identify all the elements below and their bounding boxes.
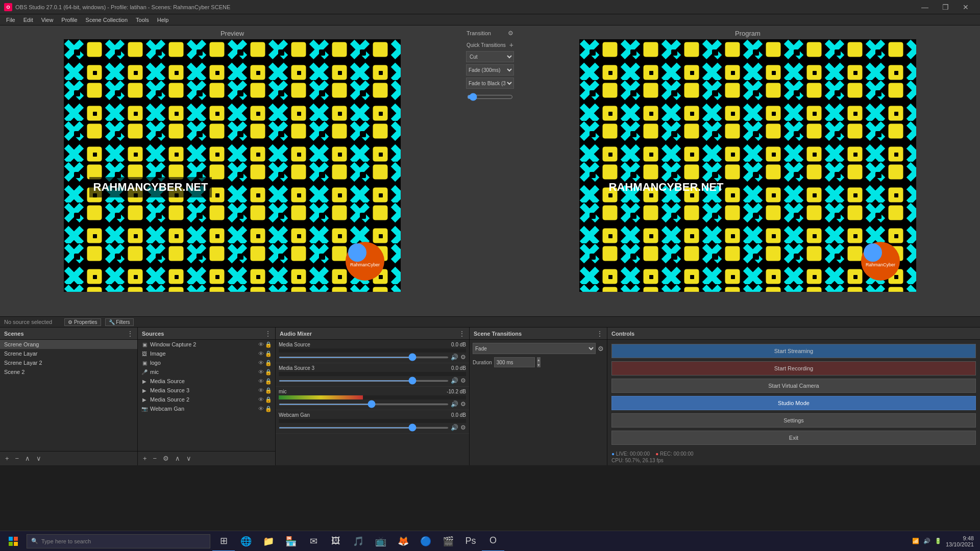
source-lock-6[interactable]: 🔒	[265, 396, 272, 403]
source-lock-5[interactable]: 🔒	[265, 387, 272, 394]
audio-track-3-mute[interactable]: 🔊	[451, 424, 458, 431]
taskbar-explorer[interactable]: 📁	[257, 531, 280, 552]
source-lock-7[interactable]: 🔒	[265, 406, 272, 412]
source-item-2[interactable]: ▣ logo 👁 🔒	[138, 358, 275, 367]
taskbar-chrome[interactable]: 🔵	[414, 531, 437, 552]
duration-input[interactable]	[494, 357, 535, 367]
audio-track-1-settings[interactable]: ⚙	[460, 377, 466, 384]
audio-expand-button[interactable]: ⋮	[459, 330, 465, 337]
audio-track-0-settings[interactable]: ⚙	[460, 354, 466, 361]
scene-up-button[interactable]: ∧	[23, 454, 32, 463]
source-lock-4[interactable]: 🔒	[265, 378, 272, 385]
properties-button[interactable]: ⚙ Properties	[64, 318, 101, 326]
audio-track-1-mute[interactable]: 🔊	[451, 377, 458, 384]
audio-track-1-volume[interactable]	[279, 380, 449, 382]
source-eye-6[interactable]: 👁	[258, 396, 264, 403]
source-item-7[interactable]: 📷 Webcam Gan 👁 🔒	[138, 404, 275, 413]
start-virtual-camera-button[interactable]: Start Virtual Camera	[611, 379, 976, 393]
menu-view[interactable]: View	[37, 16, 58, 24]
taskbar-photos[interactable]: 🖼	[325, 531, 347, 552]
audio-track-2-settings[interactable]: ⚙	[460, 400, 466, 408]
taskview-button[interactable]: ⊞	[212, 531, 235, 552]
titlebar-controls[interactable]: — ❐ ✕	[915, 0, 976, 14]
taskbar-edge[interactable]: 🌐	[235, 531, 257, 552]
menu-tools[interactable]: Tools	[132, 16, 153, 24]
scene-item-0[interactable]: Screne Orang	[0, 340, 137, 349]
add-source-button[interactable]: +	[141, 454, 149, 463]
audio-track-2-mute[interactable]: 🔊	[451, 400, 458, 408]
source-eye-5[interactable]: 👁	[258, 387, 264, 394]
minimize-button[interactable]: —	[915, 0, 935, 14]
menu-profile[interactable]: Profile	[57, 16, 81, 24]
sources-expand-button[interactable]: ⋮	[265, 330, 271, 337]
source-down-button[interactable]: ∨	[184, 454, 193, 463]
start-streaming-button[interactable]: Start Streaming	[611, 344, 976, 358]
taskbar-photoshop[interactable]: Ps	[459, 531, 482, 552]
add-quick-transition-button[interactable]: +	[509, 41, 513, 49]
source-lock-3[interactable]: 🔒	[265, 369, 272, 375]
menu-file[interactable]: File	[2, 16, 19, 24]
source-eye-7[interactable]: 👁	[258, 406, 264, 412]
taskbar-obs[interactable]: O	[482, 531, 504, 552]
audio-track-0-mute[interactable]: 🔊	[451, 354, 458, 361]
source-eye-0[interactable]: 👁	[258, 341, 264, 348]
filters-button[interactable]: 🔧 Filters	[105, 318, 134, 326]
maximize-button[interactable]: ❐	[935, 0, 955, 14]
taskbar-firefox[interactable]: 🦊	[392, 531, 414, 552]
audio-track-3-volume[interactable]	[279, 427, 449, 429]
source-item-5[interactable]: ▶ Media Source 3 👁 🔒	[138, 386, 275, 395]
taskbar-vlc[interactable]: 🎬	[437, 531, 459, 552]
audio-track-2-volume[interactable]	[279, 404, 449, 405]
source-item-4[interactable]: ▶ Media Source 👁 🔒	[138, 377, 275, 386]
studio-mode-button[interactable]: Studio Mode	[611, 396, 976, 410]
taskbar-mail[interactable]: ✉	[302, 531, 325, 552]
taskbar-store[interactable]: 🏪	[280, 531, 302, 552]
start-recording-button[interactable]: Start Recording	[611, 361, 976, 375]
taskbar-video[interactable]: 📺	[370, 531, 392, 552]
start-button[interactable]	[2, 531, 24, 552]
scene-item-1[interactable]: Screne Layar	[0, 349, 137, 358]
fade-select[interactable]: Fade (300ms)	[466, 64, 514, 76]
add-scene-button[interactable]: +	[3, 454, 11, 463]
clock[interactable]: 9:48 13/10/2021	[946, 535, 974, 547]
transition-gear-button[interactable]: ⚙	[508, 30, 513, 37]
menu-scene-collection[interactable]: Scene Collection	[82, 16, 132, 24]
scene-item-2[interactable]: Screne Layar 2	[0, 358, 137, 367]
close-button[interactable]: ✕	[955, 0, 976, 14]
source-item-3[interactable]: 🎤 mic 👁 🔒	[138, 367, 275, 377]
taskbar-search[interactable]: 🔍 Type here to search	[27, 534, 210, 548]
scene-trans-gear-button[interactable]: ⚙	[598, 345, 604, 353]
cut-select[interactable]: Cut	[466, 51, 514, 62]
menu-edit[interactable]: Edit	[19, 16, 37, 24]
scene-down-button[interactable]: ∨	[34, 454, 43, 463]
fade-black-select[interactable]: Fade to Black (300ms)	[466, 78, 514, 89]
source-item-0[interactable]: ▣ Window Capture 2 👁 🔒	[138, 340, 275, 349]
source-lock-1[interactable]: 🔒	[265, 350, 272, 357]
scene-item-3[interactable]: Scene 2	[0, 367, 137, 377]
exit-button[interactable]: Exit	[611, 431, 976, 445]
remove-scene-button[interactable]: −	[13, 454, 21, 463]
preview-canvas[interactable]: RAHMANCYBER.NET RahmanCyber	[64, 39, 401, 292]
taskbar-media[interactable]: 🎵	[347, 531, 370, 552]
duration-down-button[interactable]: ▼	[537, 362, 541, 367]
menu-help[interactable]: Help	[153, 16, 173, 24]
source-up-button[interactable]: ∧	[173, 454, 182, 463]
source-item-1[interactable]: 🖼 Image 👁 🔒	[138, 349, 275, 358]
source-lock-2[interactable]: 🔒	[265, 360, 272, 366]
audio-track-0-volume[interactable]	[279, 357, 449, 358]
source-eye-3[interactable]: 👁	[258, 369, 264, 375]
source-eye-2[interactable]: 👁	[258, 360, 264, 366]
duration-up-button[interactable]: ▲	[537, 357, 541, 362]
settings-button[interactable]: Settings	[611, 413, 976, 428]
scene-trans-select[interactable]: Fade Cut Swipe Slide Fade to Color Luma …	[473, 343, 596, 354]
source-lock-0[interactable]: 🔒	[265, 341, 272, 348]
scenes-expand-button[interactable]: ⋮	[127, 330, 133, 337]
source-item-6[interactable]: ▶ Media Source 2 👁 🔒	[138, 395, 275, 404]
source-eye-1[interactable]: 👁	[258, 350, 264, 357]
transition-slider[interactable]	[467, 93, 513, 101]
remove-source-button[interactable]: −	[151, 454, 159, 463]
audio-track-3-settings[interactable]: ⚙	[460, 424, 466, 431]
source-eye-4[interactable]: 👁	[258, 378, 264, 385]
scene-trans-expand-button[interactable]: ⋮	[597, 330, 603, 337]
source-settings-button[interactable]: ⚙	[161, 454, 171, 463]
